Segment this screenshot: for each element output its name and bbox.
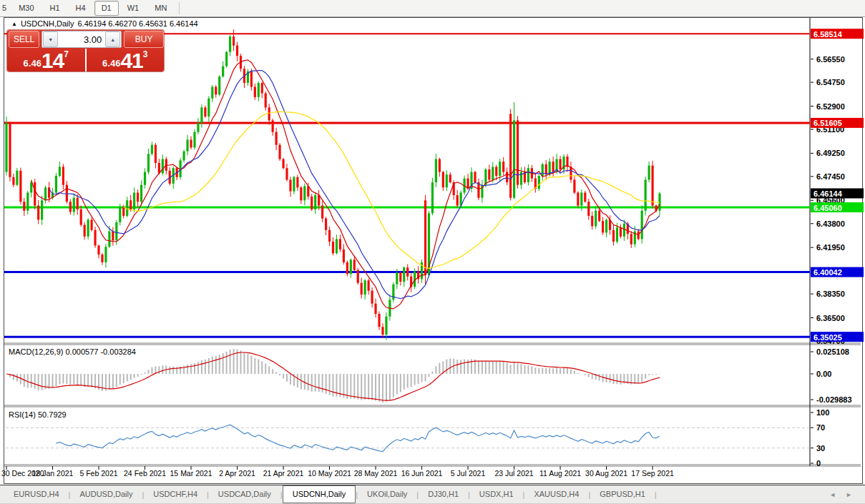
tab-scroll-right-icon[interactable]: ►	[846, 491, 852, 498]
tab-usdchf-h4[interactable]: USDCHF,H4	[144, 485, 207, 503]
current-price-badge: 6.46144	[811, 188, 864, 198]
chart-frame	[4, 18, 861, 482]
tab-audusd-daily[interactable]: AUDUSD,Daily	[70, 485, 142, 503]
tab-dj30-h1[interactable]: DJ30,H1	[419, 485, 468, 503]
svg-text:6.41950: 6.41950	[816, 243, 845, 252]
svg-text:10 May 2021: 10 May 2021	[308, 469, 351, 478]
timeframe-toolbar: 5 M30 H1 H4 D1 W1 MN	[0, 0, 865, 17]
tab-xauusd-h4[interactable]: XAUUSD,H4	[524, 485, 588, 503]
svg-text:23 Jul 2021: 23 Jul 2021	[494, 469, 533, 478]
chart-title: ▲ USDCNH,Daily 6.46194 6.46270 6.45631 6…	[11, 19, 198, 28]
chart-ohlc-values: 6.46194 6.46270 6.45631 6.46144	[77, 19, 197, 28]
sell-price-sup: 7	[64, 49, 69, 59]
chart-symbol-label: USDCNH,Daily	[21, 19, 74, 28]
svg-text:6.58514: 6.58514	[813, 30, 843, 39]
sell-button[interactable]: SELL	[9, 31, 39, 48]
trade-panel-price-row: 6.46 14 7 6.46 41 3	[7, 49, 164, 71]
svg-text:0.025108: 0.025108	[816, 347, 849, 356]
trade-panel-top-row: SELL ▼ 3.00 ▲ BUY	[7, 30, 164, 49]
svg-text:6.54750: 6.54750	[816, 78, 845, 87]
svg-text:6.47450: 6.47450	[816, 172, 845, 181]
svg-text:100: 100	[816, 408, 829, 417]
buy-price-sup: 3	[143, 49, 148, 59]
svg-text:6.45060: 6.45060	[813, 204, 842, 212]
tab-gbpusd-h1[interactable]: GBPUSD,H1	[590, 485, 655, 503]
tab-scroll-buttons: ◄ ►	[829, 491, 852, 498]
chart-tab-bar: EURUSD,H4|AUDUSD,Daily|USDCHF,H4|USDCAD,…	[0, 485, 865, 504]
tab-ukoil-daily[interactable]: UKOil,Daily	[358, 485, 416, 503]
svg-text:6.56550: 6.56550	[816, 55, 845, 64]
svg-text:5 Jul 2021: 5 Jul 2021	[451, 469, 486, 478]
timeframe-button-m30[interactable]: M30	[11, 1, 41, 16]
svg-text:17 Sep 2021: 17 Sep 2021	[631, 469, 674, 478]
sell-price-prefix: 6.46	[24, 58, 41, 69]
sell-price-box[interactable]: 6.46 14 7	[7, 49, 87, 71]
svg-text:6.51605: 6.51605	[813, 119, 842, 127]
tab-usdcnh-daily[interactable]: USDCNH,Daily	[283, 485, 356, 503]
volume-stepper: ▼ 3.00 ▲	[41, 31, 122, 48]
tab-scroll-left-icon[interactable]: ◄	[829, 491, 836, 498]
svg-text:15 Mar 2021: 15 Mar 2021	[170, 469, 212, 478]
timeframe-button-d1[interactable]: D1	[94, 1, 119, 16]
svg-text:28 May 2021: 28 May 2021	[354, 469, 398, 478]
svg-text:30: 30	[816, 444, 825, 453]
rsi-value: 50.7929	[38, 410, 67, 419]
svg-text:6.46144: 6.46144	[813, 189, 843, 198]
tab-separator: |	[655, 490, 657, 499]
svg-text:11 Aug 2021: 11 Aug 2021	[539, 469, 581, 478]
svg-text:18 Jan 2021: 18 Jan 2021	[32, 469, 74, 478]
macd-label: MACD(12,26,9) 0.000577 -0.003284	[9, 347, 136, 356]
volume-increase-button[interactable]: ▲	[105, 31, 120, 47]
tab-usdcad-daily[interactable]: USDCAD,Daily	[209, 485, 280, 503]
svg-text:0: 0	[816, 459, 821, 468]
svg-text:2 Apr 2021: 2 Apr 2021	[219, 469, 255, 478]
volume-input[interactable]: 3.00	[59, 34, 104, 45]
svg-text:70: 70	[816, 423, 825, 432]
svg-text:6.52900: 6.52900	[816, 102, 845, 111]
buy-price-box[interactable]: 6.46 41 3	[87, 49, 165, 71]
svg-text:21 Apr 2021: 21 Apr 2021	[263, 469, 304, 478]
macd-name: MACD(12,26,9)	[9, 347, 63, 356]
svg-text:5 Feb 2021: 5 Feb 2021	[79, 469, 117, 478]
svg-text:6.49250: 6.49250	[816, 149, 845, 157]
macd-values: 0.000577 -0.003284	[65, 347, 135, 356]
buy-price-big: 41	[120, 51, 142, 71]
rsi-name: RSI(14)	[9, 410, 36, 419]
tab-eurusd-h4[interactable]: EURUSD,H4	[4, 485, 69, 503]
timeframe-button-mn[interactable]: MN	[147, 1, 174, 16]
svg-text:30 Aug 2021: 30 Aug 2021	[585, 469, 627, 478]
trading-terminal: { "toolbar": { "timeframes": ["5", "M30"…	[0, 0, 865, 504]
svg-text:-0.029883: -0.029883	[816, 395, 852, 404]
sell-price-big: 14	[41, 51, 64, 71]
buy-price-prefix: 6.46	[102, 58, 120, 69]
one-click-trade-panel: SELL ▼ 3.00 ▲ BUY 6.46 14 7 6.46 41 3	[7, 30, 164, 71]
timeframe-button-h4[interactable]: H4	[69, 1, 93, 16]
svg-text:6.43800: 6.43800	[816, 219, 845, 228]
svg-text:6.35025: 6.35025	[813, 333, 842, 342]
rsi-label: RSI(14) 50.7929	[9, 410, 67, 419]
svg-text:6.36500: 6.36500	[816, 314, 845, 322]
svg-text:0.00: 0.00	[816, 370, 831, 378]
svg-text:6.38350: 6.38350	[816, 290, 845, 298]
timeframe-button-h1[interactable]: H1	[43, 1, 67, 16]
collapse-arrow-icon[interactable]: ▲	[11, 21, 17, 27]
svg-text:24 Feb 2021: 24 Feb 2021	[124, 469, 166, 478]
volume-decrease-button[interactable]: ▼	[43, 31, 58, 47]
timeframe-button-m5[interactable]: 5	[1, 1, 10, 16]
tab-usdx-h1[interactable]: USDX,H1	[470, 485, 523, 503]
price-chart-svg[interactable]: 6.565506.547506.529006.511006.492506.474…	[0, 0, 865, 504]
svg-text:16 Jun 2021: 16 Jun 2021	[401, 469, 443, 478]
toolbar-separator	[179, 2, 180, 14]
buy-button[interactable]: BUY	[124, 31, 164, 48]
timeframe-button-w1[interactable]: W1	[120, 1, 147, 16]
svg-text:6.40042: 6.40042	[813, 268, 842, 277]
